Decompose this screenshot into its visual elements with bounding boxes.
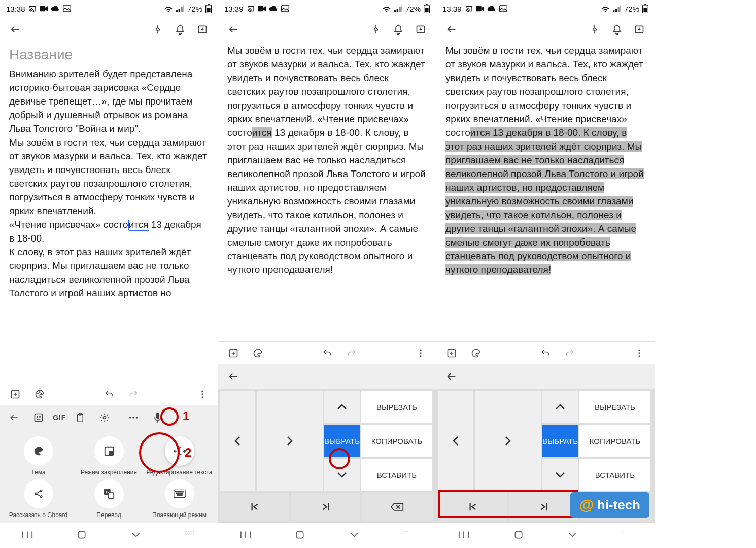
body-pre: Вниманию зрителей будет представлена ист… xyxy=(9,68,207,298)
add-box-button[interactable] xyxy=(5,384,25,404)
battery-pct: 72% xyxy=(187,5,202,13)
pad-cut[interactable]: ВЫРЕЗАТЬ xyxy=(579,391,650,423)
pad-copy[interactable]: КОПИРОВАТЬ xyxy=(361,425,432,457)
kbd-toolbar: GIF 1 xyxy=(0,405,218,430)
pad-paste[interactable]: ВСТАВИТЬ xyxy=(579,459,650,491)
back-button[interactable] xyxy=(5,19,25,40)
menu-textedit[interactable]: Редактирование текста xyxy=(145,436,214,476)
nav-back[interactable] xyxy=(349,531,359,540)
undo-button[interactable] xyxy=(535,343,556,363)
svg-rect-53 xyxy=(192,532,193,533)
pin-button[interactable] xyxy=(366,19,386,40)
note-body[interactable]: Мы зовём в гости тех, чьи сердца замираю… xyxy=(436,42,655,341)
kbd-back-button[interactable] xyxy=(441,366,462,387)
nav-recents[interactable] xyxy=(22,530,33,541)
pin-button[interactable] xyxy=(585,19,605,40)
menu-dock[interactable]: Режим закрепления xyxy=(75,436,143,476)
reminder-button[interactable] xyxy=(388,19,408,40)
mic-button[interactable] xyxy=(148,407,168,428)
pad-down[interactable] xyxy=(542,459,578,491)
add-box-button[interactable] xyxy=(441,343,462,363)
pad-end[interactable] xyxy=(509,493,578,521)
sticker-button[interactable] xyxy=(28,407,49,428)
svg-rect-35 xyxy=(180,491,182,492)
archive-button[interactable] xyxy=(410,19,431,40)
nav-home[interactable] xyxy=(77,530,87,542)
wifi-icon xyxy=(164,5,173,12)
pad-up[interactable] xyxy=(542,391,578,423)
reminder-button[interactable] xyxy=(607,19,627,40)
svg-rect-64 xyxy=(426,4,428,5)
pin-button[interactable] xyxy=(148,19,168,40)
svg-rect-49 xyxy=(186,532,187,533)
nav-home[interactable] xyxy=(513,530,524,542)
menu-translate[interactable]: GПеревод xyxy=(75,479,143,519)
kbd-back-button[interactable] xyxy=(223,366,244,387)
pad-right[interactable] xyxy=(475,391,541,491)
pad-left[interactable] xyxy=(438,391,473,491)
nav-keyboard[interactable] xyxy=(403,531,414,541)
body-pre: Мы зовём в гости тех, чьи сердца замираю… xyxy=(227,45,425,138)
nav-back[interactable] xyxy=(131,531,141,540)
back-button[interactable] xyxy=(441,19,462,40)
svg-rect-29 xyxy=(108,493,114,498)
undo-button[interactable] xyxy=(99,384,119,404)
add-box-button[interactable] xyxy=(223,343,244,363)
note-body[interactable]: Вниманию зрителей будет представлена ист… xyxy=(0,65,218,383)
pad-home[interactable] xyxy=(438,493,507,521)
pad-end[interactable] xyxy=(291,493,360,521)
menu-share[interactable]: Рассказать о Gboard xyxy=(4,479,73,519)
palette-button[interactable] xyxy=(248,343,268,363)
clipboard-button[interactable] xyxy=(70,407,90,428)
undo-button[interactable] xyxy=(317,343,337,363)
menu-theme[interactable]: Тема xyxy=(4,436,73,476)
nav-recents[interactable] xyxy=(240,530,251,541)
reminder-button[interactable] xyxy=(170,19,190,40)
nav-keyboard[interactable] xyxy=(185,531,196,541)
settings-button[interactable] xyxy=(94,407,115,428)
pad-left[interactable] xyxy=(220,391,255,491)
title-placeholder[interactable]: Название xyxy=(0,42,218,65)
keyboard-area: GIF 1 Тема Режим закрепления Редактирова… xyxy=(0,405,218,523)
pad-select[interactable]: ВЫБРАТЬ xyxy=(324,425,360,457)
nav-back[interactable] xyxy=(567,531,577,540)
pad-backspace[interactable] xyxy=(362,493,433,521)
body-post: 13 декабря в 18-00. К слову, в этот раз … xyxy=(227,127,426,275)
gif-button[interactable]: GIF xyxy=(53,414,66,422)
nav-keyboard[interactable] xyxy=(622,531,633,541)
pad-right[interactable] xyxy=(257,391,323,491)
pad-select[interactable]: ВЫБРАТЬ xyxy=(542,425,578,457)
redo-button[interactable] xyxy=(341,343,362,363)
kbd-more-button[interactable] xyxy=(123,407,144,428)
status-bar: 13:38 72% xyxy=(0,0,218,17)
body-selection: ится xyxy=(252,127,272,138)
pad-copy[interactable]: КОПИРОВАТЬ xyxy=(579,425,650,457)
more-button[interactable] xyxy=(629,343,649,363)
pad-up[interactable] xyxy=(324,391,360,423)
pad-cut[interactable]: ВЫРЕЗАТЬ xyxy=(361,391,432,423)
nav-home[interactable] xyxy=(295,530,305,542)
svg-rect-0 xyxy=(40,6,45,12)
archive-button[interactable] xyxy=(629,19,649,40)
note-body[interactable]: Мы зовём в гости тех, чьи сердца замираю… xyxy=(218,42,436,341)
menu-floating[interactable]: Плавающий режим xyxy=(145,479,214,519)
more-button[interactable] xyxy=(192,384,213,404)
pad-down[interactable] xyxy=(324,459,360,491)
nav-recents[interactable] xyxy=(458,530,469,541)
battery-icon xyxy=(424,4,430,13)
pad-paste[interactable]: ВСТАВИТЬ xyxy=(361,459,432,491)
archive-button[interactable] xyxy=(192,19,213,40)
signal-icon xyxy=(394,5,402,12)
redo-button[interactable] xyxy=(123,384,144,404)
svg-rect-73 xyxy=(406,531,407,532)
redo-button[interactable] xyxy=(560,343,580,363)
svg-point-12 xyxy=(201,396,203,398)
palette-button[interactable] xyxy=(29,384,50,404)
kbd-back-button[interactable] xyxy=(4,407,24,428)
more-button[interactable] xyxy=(410,343,431,363)
status-bar: 13:39 72% xyxy=(436,0,655,17)
battery-pct: 72% xyxy=(624,5,639,13)
palette-button[interactable] xyxy=(466,343,486,363)
back-button[interactable] xyxy=(223,19,244,40)
pad-home[interactable] xyxy=(220,493,289,521)
